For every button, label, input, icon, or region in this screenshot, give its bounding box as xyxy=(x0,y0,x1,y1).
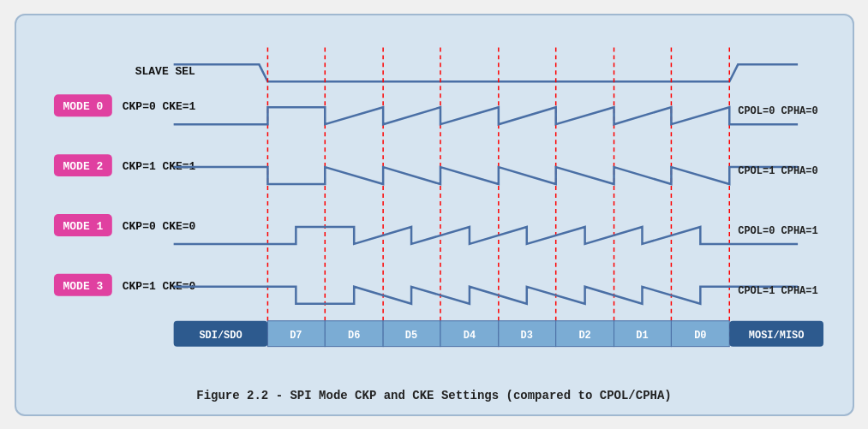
svg-text:CPOL=0  CPHA=1: CPOL=0 CPHA=1 xyxy=(738,224,817,236)
svg-text:MODE 2: MODE 2 xyxy=(63,160,103,173)
main-container: .mono { font-family: 'Courier New', Cour… xyxy=(15,14,854,416)
svg-text:MOSI/MISO: MOSI/MISO xyxy=(748,329,804,341)
svg-text:D6: D6 xyxy=(348,329,360,341)
svg-text:CPOL=1  CPHA=0: CPOL=1 CPHA=0 xyxy=(738,165,817,177)
slave-sel-label: SLAVE SEL xyxy=(135,65,195,78)
svg-text:MODE 1: MODE 1 xyxy=(63,219,103,232)
svg-text:SDI/SDO: SDI/SDO xyxy=(199,329,242,341)
svg-text:CPOL=1  CPHA=1: CPOL=1 CPHA=1 xyxy=(738,284,817,296)
svg-text:D4: D4 xyxy=(463,329,475,341)
svg-text:MODE 0: MODE 0 xyxy=(63,100,103,113)
svg-text:D0: D0 xyxy=(694,329,706,341)
svg-text:CPOL=0  CPHA=0: CPOL=0 CPHA=0 xyxy=(738,105,817,117)
svg-text:D5: D5 xyxy=(404,329,416,341)
svg-text:CKP=0  CKE=1: CKP=0 CKE=1 xyxy=(122,100,195,113)
svg-text:D2: D2 xyxy=(578,329,590,341)
figure-caption: Figure 2.2 - SPI Mode CKP and CKE Settin… xyxy=(37,389,832,402)
diagram-area: .mono { font-family: 'Courier New', Cour… xyxy=(37,31,832,380)
svg-text:MODE 3: MODE 3 xyxy=(63,279,103,292)
svg-text:D3: D3 xyxy=(520,329,532,341)
svg-text:D7: D7 xyxy=(290,329,302,341)
svg-text:D1: D1 xyxy=(636,329,648,341)
svg-text:CKP=0  CKE=0: CKP=0 CKE=0 xyxy=(122,219,195,232)
